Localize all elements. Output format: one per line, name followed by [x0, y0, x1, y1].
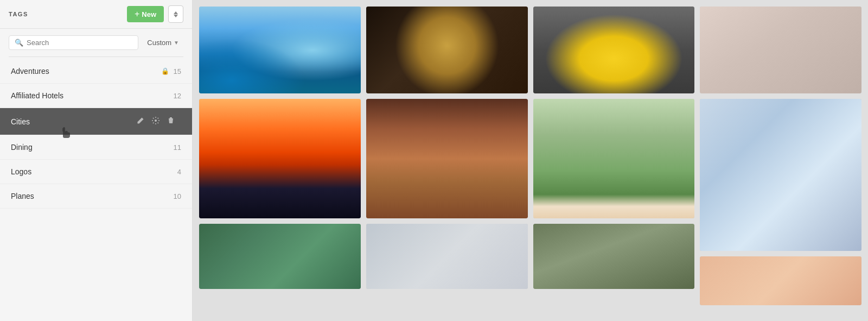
tag-name-affiliated-hotels: Affiliated Hotels	[11, 91, 174, 100]
gear-icon	[152, 117, 159, 124]
tag-name-cities: Cities	[11, 117, 136, 126]
tag-item-adventures[interactable]: Adventures 🔒 15	[0, 59, 192, 84]
photo-grid	[199, 7, 861, 305]
photo-item-clock[interactable]	[366, 7, 528, 93]
photo-item-dubai[interactable]	[199, 7, 361, 93]
photo-item-venice[interactable]	[366, 99, 528, 218]
cursor-hand-icon	[59, 124, 72, 139]
plus-icon: +	[135, 9, 139, 19]
sort-label: Custom	[147, 39, 171, 47]
photo-taxi	[533, 7, 695, 93]
pencil-icon	[137, 117, 144, 124]
photo-city-alt	[533, 224, 695, 289]
new-tag-button[interactable]: + New	[127, 6, 164, 22]
tag-item-affiliated-hotels[interactable]: Affiliated Hotels 12	[0, 84, 192, 108]
chevron-up-icon	[174, 11, 178, 14]
photo-item-whitewash[interactable]	[700, 99, 861, 251]
tag-count-dining: 11	[174, 143, 181, 152]
sort-chevron-button[interactable]	[168, 5, 183, 23]
edit-tag-button[interactable]	[136, 116, 145, 127]
photo-item-stairs[interactable]	[700, 7, 861, 93]
photo-item-warm[interactable]	[700, 256, 861, 305]
search-icon: 🔍	[15, 39, 23, 47]
sidebar: TAGS + New 🔍 Custom ▼ Adventures 🔒 15	[0, 0, 193, 321]
sidebar-divider	[9, 56, 183, 57]
tag-name-adventures: Adventures	[11, 67, 161, 75]
trash-icon	[167, 117, 175, 124]
photo-dubai	[199, 7, 361, 93]
svg-point-0	[155, 119, 157, 122]
photo-item-nyc-sunset[interactable]	[199, 99, 361, 218]
tag-item-planes[interactable]: Planes 10	[0, 184, 192, 209]
photo-item-paris[interactable]	[533, 99, 695, 218]
tags-title: TAGS	[9, 11, 123, 17]
main-photo-grid-area	[193, 0, 868, 321]
search-input[interactable]	[27, 39, 132, 47]
cities-tag-actions	[136, 116, 176, 127]
photo-item-gray[interactable]	[366, 224, 528, 289]
photo-venice	[366, 99, 528, 218]
tag-count-planes: 10	[174, 192, 181, 200]
photo-whitewash	[700, 99, 861, 251]
sort-dropdown[interactable]: Custom ▼	[143, 36, 183, 49]
photo-stairs	[700, 7, 861, 93]
delete-tag-button[interactable]	[166, 116, 176, 127]
tag-name-logos: Logos	[11, 167, 177, 176]
photo-item-taxi[interactable]	[533, 7, 695, 93]
photo-greenery	[199, 224, 361, 289]
sidebar-header: TAGS + New	[0, 0, 192, 29]
tag-count-adventures: 15	[174, 67, 181, 75]
tag-item-dining[interactable]: Dining 11	[0, 135, 192, 160]
tag-count-logos: 4	[177, 168, 181, 176]
search-sort-bar: 🔍 Custom ▼	[0, 29, 192, 54]
tag-list: Adventures 🔒 15 Affiliated Hotels 12 Cit…	[0, 59, 192, 321]
settings-tag-button[interactable]	[151, 116, 161, 127]
photo-nyc-sunset	[199, 99, 361, 218]
tag-name-dining: Dining	[11, 143, 174, 152]
tag-count-affiliated-hotels: 12	[174, 92, 181, 100]
photo-item-greenery[interactable]	[199, 224, 361, 289]
photo-paris	[533, 99, 695, 218]
photo-clock	[366, 7, 528, 93]
photo-item-city-alt[interactable]	[533, 224, 695, 289]
photo-gray	[366, 224, 528, 289]
tag-item-cities[interactable]: Cities	[0, 108, 192, 135]
sort-chevron-icon: ▼	[174, 40, 179, 46]
search-wrapper[interactable]: 🔍	[9, 35, 138, 50]
lock-icon-adventures: 🔒	[161, 67, 169, 75]
chevron-down-icon	[174, 15, 178, 17]
tag-name-planes: Planes	[11, 192, 174, 200]
tag-item-logos[interactable]: Logos 4	[0, 160, 192, 184]
new-button-label: New	[142, 10, 156, 18]
photo-warm	[700, 256, 861, 305]
